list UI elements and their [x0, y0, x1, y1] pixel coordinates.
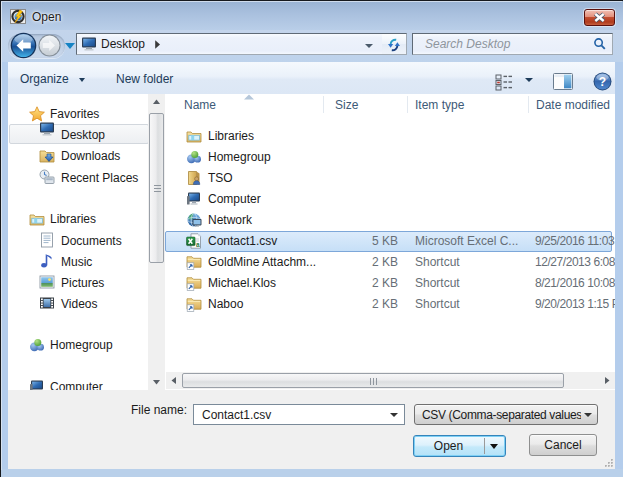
svg-text:a: a — [196, 241, 200, 248]
